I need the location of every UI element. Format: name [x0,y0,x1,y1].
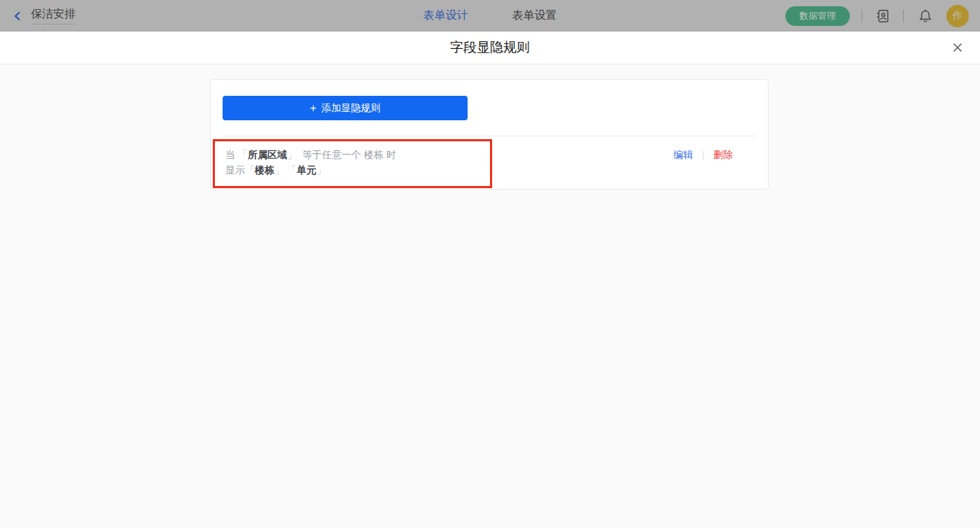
bracket-close: 」 [316,164,326,176]
topbar-right: 数据管理 作 [785,0,969,31]
when-label: 当 [225,149,235,160]
edit-link[interactable]: 编辑 [673,149,693,162]
show-field: 楼栋 [255,164,274,176]
notifications-button[interactable] [917,8,934,24]
add-rule-button[interactable]: + 添加显隐规则 [223,96,468,120]
plus-icon: + [310,103,316,114]
close-icon [952,42,963,53]
top-bar: 保洁安排 表单设计 表单设置 数据管理 作 [0,0,980,31]
rule-condition-line: 当「所属区域」 等于任意一个楼栋时 [225,147,396,162]
contacts-button[interactable] [874,8,891,24]
condition-field: 所属区域 [248,149,287,160]
tab-form-settings[interactable]: 表单设置 [512,8,557,23]
rule-text: 当「所属区域」 等于任意一个楼栋时 显示「楼栋」「单元」 [225,147,396,178]
modal-header: 字段显隐规则 [0,31,980,64]
bracket-close: 」 [274,164,284,176]
data-manage-button[interactable]: 数据管理 [785,6,850,26]
topbar-tabs: 表单设计 表单设置 [424,0,557,31]
close-button[interactable] [949,39,966,56]
add-rule-label: 添加显隐规则 [321,102,380,115]
show-field: 单元 [297,164,316,176]
app-title[interactable]: 保洁安排 [31,7,76,24]
rule-item: 当「所属区域」 等于任意一个楼栋时 显示「楼栋」「单元」 编辑 删除 [211,136,768,189]
divider [862,10,862,22]
rules-card: + 添加显隐规则 当「所属区域」 等于任意一个楼栋时 显示「楼栋」「单元」 编辑… [210,79,769,190]
chevron-left-icon [13,10,23,22]
tab-form-design[interactable]: 表单设计 [424,8,468,23]
divider [703,151,704,160]
bracket-open: 「 [238,149,248,160]
condition-operator: 等于任意一个 [302,149,361,160]
condition-value: 楼栋 [364,149,384,160]
back-button[interactable]: 保洁安排 [13,0,76,31]
bell-icon [918,8,933,24]
divider [903,10,904,22]
show-label: 显示 [225,164,245,176]
avatar[interactable]: 作 [946,5,969,27]
when-suffix: 时 [386,149,396,160]
rule-action-line: 显示「楼栋」「单元」 [225,162,396,178]
rule-actions: 编辑 删除 [673,149,733,162]
page-title: 字段显隐规则 [0,31,980,64]
contacts-icon [875,8,890,24]
bracket-open: 「 [245,164,255,176]
bracket-open: 「 [287,164,297,176]
bracket-close: 」 [287,149,297,160]
delete-link[interactable]: 删除 [713,149,733,162]
